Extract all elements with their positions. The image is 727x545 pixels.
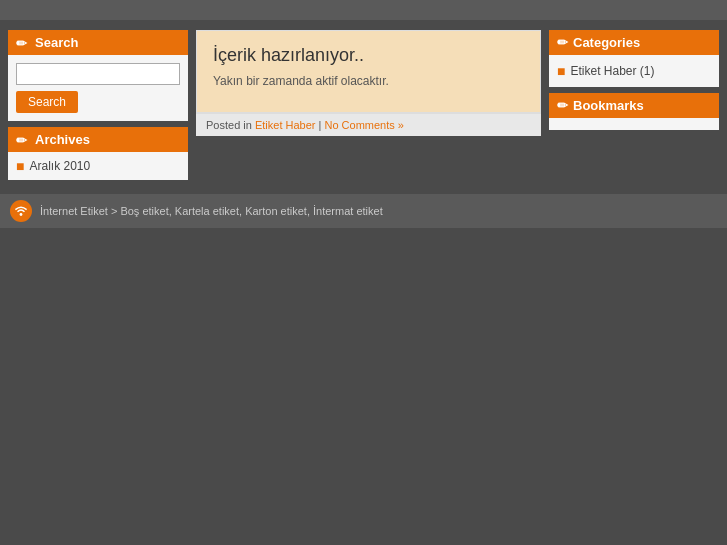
article-subtitle: Yakın bir zamanda aktif olacaktır. xyxy=(213,74,524,88)
search-body: Search xyxy=(8,55,188,121)
archives-header-label: Archives xyxy=(35,132,90,147)
archives-bullet: ■ xyxy=(16,158,24,174)
bookmarks-header-label: Bookmarks xyxy=(573,98,644,113)
article-footer-separator: | xyxy=(319,119,322,131)
bookmarks-header: ✏ Bookmarks xyxy=(549,93,719,118)
article-category-link[interactable]: Etiket Haber xyxy=(255,119,316,131)
center-content: İçerik hazırlanıyor.. Yakın bir zamanda … xyxy=(196,30,541,180)
search-section: ✏ Search Search xyxy=(8,30,188,121)
footer-bar: İnternet Etiket > Boş etiket, Kartela et… xyxy=(0,194,727,228)
archives-section-header: ✏ Archives xyxy=(8,127,188,152)
categories-header-label: Categories xyxy=(573,35,640,50)
category-item-label: Etiket Haber (1) xyxy=(570,64,654,78)
pencil-icon-bookmarks: ✏ xyxy=(557,98,568,113)
categories-body: ■ Etiket Haber (1) xyxy=(549,55,719,87)
pencil-icon-categories: ✏ xyxy=(557,35,568,50)
footer-breadcrumb-text: İnternet Etiket > Boş etiket, Kartela et… xyxy=(40,205,383,217)
archives-item-label: Aralık 2010 xyxy=(29,159,90,173)
search-header-label: Search xyxy=(35,35,78,50)
bookmarks-body xyxy=(549,118,719,130)
categories-section: ✏ Categories ■ Etiket Haber (1) xyxy=(549,30,719,87)
footer-logo xyxy=(10,200,32,222)
article-posted-label: Posted in xyxy=(206,119,252,131)
category-item[interactable]: ■ Etiket Haber (1) xyxy=(557,61,711,81)
archives-section: ✏ Archives ■ Aralık 2010 xyxy=(8,127,188,180)
article-footer: Posted in Etiket Haber | No Comments » xyxy=(196,113,541,136)
wifi-icon xyxy=(14,204,28,218)
article-box: İçerik hazırlanıyor.. Yakın bir zamanda … xyxy=(196,30,541,113)
top-bar xyxy=(0,0,727,20)
left-sidebar: ✏ Search Search ✏ Archives ■ Aralık 2010 xyxy=(8,30,188,180)
search-section-header: ✏ Search xyxy=(8,30,188,55)
main-wrapper: ✏ Search Search ✏ Archives ■ Aralık 2010… xyxy=(0,20,727,190)
archives-item[interactable]: ■ Aralık 2010 xyxy=(8,152,188,180)
pencil-icon-archives: ✏ xyxy=(16,133,30,147)
article-title: İçerik hazırlanıyor.. xyxy=(213,45,524,66)
search-input[interactable] xyxy=(16,63,180,85)
svg-point-0 xyxy=(20,213,23,216)
categories-header: ✏ Categories xyxy=(549,30,719,55)
article-comments-link[interactable]: No Comments » xyxy=(324,119,403,131)
footer-breadcrumb: İnternet Etiket > Boş etiket, Kartela et… xyxy=(40,205,383,217)
search-button[interactable]: Search xyxy=(16,91,78,113)
category-bullet: ■ xyxy=(557,63,565,79)
bookmarks-section: ✏ Bookmarks xyxy=(549,93,719,130)
right-sidebar: ✏ Categories ■ Etiket Haber (1) ✏ Bookma… xyxy=(549,30,719,180)
pencil-icon: ✏ xyxy=(16,36,30,50)
